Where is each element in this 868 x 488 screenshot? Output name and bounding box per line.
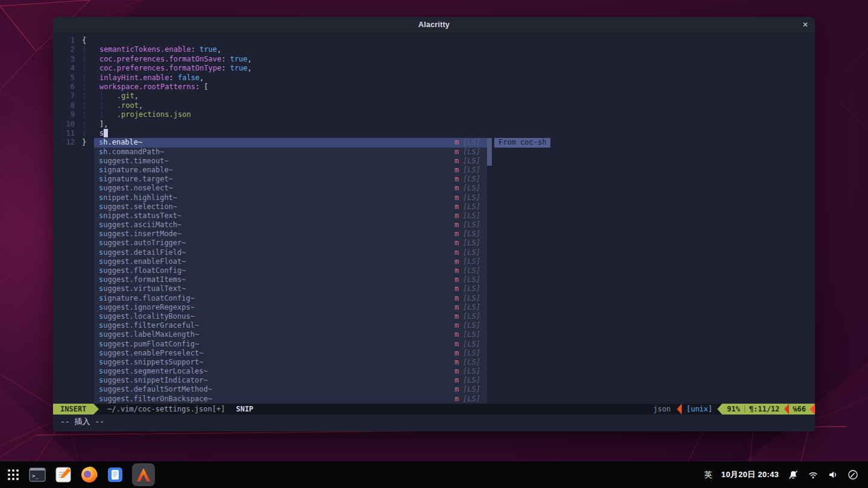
powerline-separator-icon xyxy=(717,404,722,414)
completion-item[interactable]: suggest.snippetsSupport~m[LS] xyxy=(94,358,487,367)
completion-item[interactable]: suggest.enableFloat~m[LS] xyxy=(94,257,487,266)
completion-item[interactable]: suggest.defaultSortMethod~m[LS] xyxy=(94,385,487,394)
editor-line: 5¦ inlayHint.enable: false, xyxy=(58,74,815,83)
filename: ~/.vim/coc-settings.json[+] xyxy=(99,404,225,414)
editor-line: 9¦ ¦ .projections.json xyxy=(58,110,815,119)
show-apps-icon[interactable] xyxy=(6,468,20,482)
completion-item[interactable]: suggest.segmenterLocales~m[LS] xyxy=(94,367,487,376)
editor-line: 4¦ coc.preferences.formatOnType: true, xyxy=(58,64,815,73)
statusline-position-segment: 91% ¶:11/12 ℅66 xyxy=(722,404,815,414)
line-number: 7 xyxy=(58,92,75,101)
completion-item[interactable]: signature.floatConfig~m[LS] xyxy=(94,294,487,303)
line-number: 9 xyxy=(58,110,75,119)
line-number: 2 xyxy=(58,45,75,54)
system-tray: 英 10月20日 20:43 xyxy=(705,469,862,480)
completion-item[interactable]: sh.enable~m[LS] xyxy=(94,138,487,147)
ime-pen-icon[interactable] xyxy=(848,469,858,480)
line-number: 4 xyxy=(58,64,75,73)
wifi-icon[interactable] xyxy=(808,469,819,480)
line-number: 1 xyxy=(58,36,75,45)
clock[interactable]: 10月20日 20:43 xyxy=(722,469,779,480)
vim-statusline: INSERT ~/.vim/coc-settings.json[+] SNIP … xyxy=(53,404,815,414)
fileformat: [unix] xyxy=(682,404,717,414)
completion-item[interactable]: suggest.filterGraceful~m[LS] xyxy=(94,321,487,330)
line-number: 10 xyxy=(58,120,75,129)
line-number: 5 xyxy=(58,74,75,83)
completion-item[interactable]: signature.enable~m[LS] xyxy=(94,166,487,175)
blue-app-icon[interactable] xyxy=(106,466,124,484)
completion-item[interactable]: suggest.snippetIndicator~m[LS] xyxy=(94,376,487,385)
completion-item[interactable]: suggest.labelMaxLength~m[LS] xyxy=(94,330,487,339)
firefox-app-icon[interactable] xyxy=(80,466,98,484)
window-titlebar[interactable]: Alacritty ✕ xyxy=(53,17,815,33)
completion-item[interactable]: suggest.formatItems~m[LS] xyxy=(94,275,487,284)
completion-item[interactable]: suggest.asciiMatch~m[LS] xyxy=(94,221,487,230)
popup-scrollbar-thumb[interactable] xyxy=(487,138,492,166)
editor-line: 1{ xyxy=(58,36,815,45)
desktop: Alacritty ✕ 1{2¦ semanticTokens.enable: … xyxy=(0,0,868,488)
completion-item[interactable]: suggest.insertMode~m[LS] xyxy=(94,230,487,239)
completion-item[interactable]: suggest.ignoreRegexps~m[LS] xyxy=(94,303,487,312)
notifications-muted-icon[interactable] xyxy=(788,469,799,480)
editor-line: 3¦ coc.preferences.formatOnSave: true, xyxy=(58,55,815,64)
snippet-indicator: SNIP xyxy=(225,404,253,414)
ime-indicator[interactable]: 英 xyxy=(705,469,712,480)
alacritty-window: Alacritty ✕ 1{2¦ semanticTokens.enable: … xyxy=(53,17,815,431)
taskbar-apps: >_ xyxy=(6,463,155,486)
line-position: ¶:11/12 xyxy=(749,404,780,414)
statusline-divider xyxy=(744,405,745,413)
completion-item[interactable]: sh.commandPath~m[LS] xyxy=(94,148,487,157)
vim-cmdline: -- 插入 -- xyxy=(53,414,815,431)
alacritty-icon xyxy=(136,467,151,483)
terminal-app-icon[interactable]: >_ xyxy=(28,466,46,484)
completion-item[interactable]: suggest.pumFloatConfig~m[LS] xyxy=(94,340,487,349)
statusline-spacer xyxy=(253,404,653,414)
editor-line: 11¦ s xyxy=(58,129,815,138)
completion-item[interactable]: signature.target~m[LS] xyxy=(94,175,487,184)
powerline-separator-icon xyxy=(784,404,789,414)
line-number: 11 xyxy=(58,129,75,138)
completion-item[interactable]: suggest.autoTrigger~m[LS] xyxy=(94,239,487,248)
completion-item[interactable]: suggest.virtualText~m[LS] xyxy=(94,284,487,293)
powerline-separator-icon xyxy=(677,404,682,414)
completion-item[interactable]: suggest.selection~m[LS] xyxy=(94,202,487,211)
popup-scrollbar[interactable] xyxy=(487,138,492,404)
terminal-content[interactable]: 1{2¦ semanticTokens.enable: true,3¦ coc.… xyxy=(53,33,815,404)
editor-line: 8¦ ¦ .root, xyxy=(58,101,815,110)
line-number: 3 xyxy=(58,55,75,64)
text-editor-app-icon[interactable] xyxy=(54,466,72,484)
completion-item[interactable]: suggest.timeout~m[LS] xyxy=(94,157,487,166)
alacritty-taskbar-active[interactable] xyxy=(132,463,155,486)
completion-item[interactable]: suggest.filterOnBackspace~m[LS] xyxy=(94,395,487,404)
taskbar: >_ xyxy=(0,461,868,488)
mode-indicator: INSERT xyxy=(53,404,93,414)
scroll-percent: 91% xyxy=(727,404,740,414)
completion-item[interactable]: snippet.statusText~m[LS] xyxy=(94,211,487,221)
column-position: ℅66 xyxy=(789,404,810,414)
line-number: 6 xyxy=(58,83,75,92)
completion-items: sh.enable~m[LS]sh.commandPath~m[LS]sugge… xyxy=(94,138,487,404)
completion-item[interactable]: suggest.floatConfig~m[LS] xyxy=(94,266,487,275)
window-title: Alacritty xyxy=(418,20,450,29)
powerline-separator-icon xyxy=(810,404,815,414)
completion-info-float: From coc-sh xyxy=(494,138,550,147)
svg-text:>_: >_ xyxy=(32,473,39,479)
completion-item[interactable]: suggest.localityBonus~m[LS] xyxy=(94,312,487,321)
completion-item[interactable]: suggest.noselect~m[LS] xyxy=(94,184,487,193)
editor-line: 10¦ ], xyxy=(58,120,815,129)
editor-line: 6¦ workspace.rootPatterns: [ xyxy=(58,83,815,92)
editor-lines: 1{2¦ semanticTokens.enable: true,3¦ coc.… xyxy=(58,36,815,148)
line-number: 12 xyxy=(58,138,75,147)
volume-icon[interactable] xyxy=(828,469,838,480)
completion-item[interactable]: snippet.highlight~m[LS] xyxy=(94,193,487,202)
text-cursor xyxy=(104,129,108,137)
editor-line: 7¦ ¦ .git, xyxy=(58,92,815,101)
completion-item[interactable]: suggest.enablePreselect~m[LS] xyxy=(94,349,487,358)
line-number: 8 xyxy=(58,101,75,110)
completion-popup: sh.enable~m[LS]sh.commandPath~m[LS]sugge… xyxy=(94,138,492,404)
editor-line: 2¦ semanticTokens.enable: true, xyxy=(58,45,815,54)
completion-item[interactable]: suggest.detailField~m[LS] xyxy=(94,248,487,257)
close-icon[interactable]: ✕ xyxy=(802,20,808,29)
filetype: json xyxy=(653,404,677,414)
powerline-separator-icon xyxy=(93,404,99,414)
